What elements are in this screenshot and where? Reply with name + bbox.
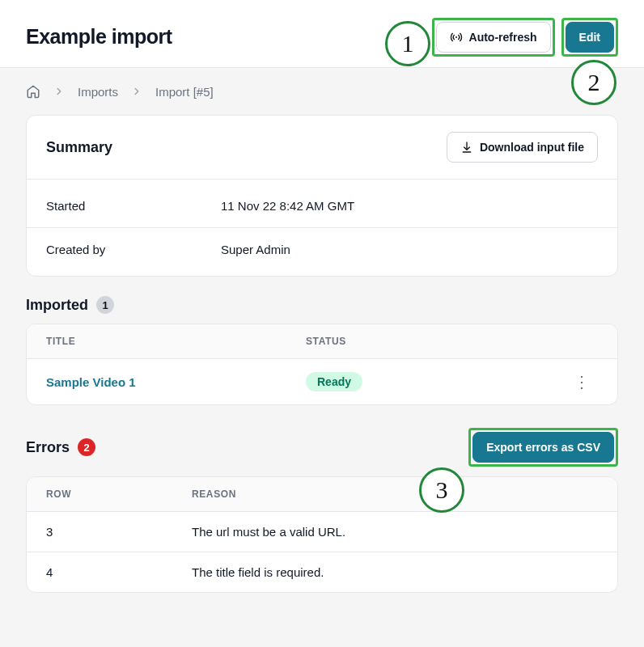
dots-vertical-icon: ⋮ xyxy=(574,373,590,391)
edit-label: Edit xyxy=(579,31,600,44)
error-reason: The title field is required. xyxy=(192,565,598,579)
svg-point-0 xyxy=(455,36,457,38)
annotation-marker-1: 1 xyxy=(385,21,430,66)
highlight-auto-refresh: Auto-refresh xyxy=(432,18,555,57)
error-row-number: 3 xyxy=(46,525,192,539)
export-errors-label: Export errors as CSV xyxy=(486,441,600,454)
auto-refresh-label: Auto-refresh xyxy=(469,31,537,44)
error-reason: The url must be a valid URL. xyxy=(192,525,598,539)
errors-col-reason: REASON xyxy=(192,488,598,500)
page-title: Example import xyxy=(26,25,172,49)
table-row: 4 The title field is required. xyxy=(27,552,617,592)
chevron-right-icon xyxy=(53,86,65,97)
createdby-value: Super Admin xyxy=(221,243,290,256)
errors-section-head: Errors 2 Export errors as CSV xyxy=(26,428,618,467)
breadcrumb: Imports Import [#5] xyxy=(26,68,618,115)
error-row-number: 4 xyxy=(46,565,192,579)
createdby-label: Created by xyxy=(46,243,221,256)
row-actions-menu[interactable]: ⋮ xyxy=(566,374,598,390)
started-label: Started xyxy=(46,199,221,213)
imported-section-head: Imported 1 xyxy=(26,296,618,314)
top-actions: Auto-refresh Edit xyxy=(432,18,618,57)
imported-col-status: STATUS xyxy=(306,336,566,347)
chevron-right-icon xyxy=(131,86,142,97)
errors-col-row: ROW xyxy=(46,488,192,500)
summary-card: Summary Download input file Started 11 N… xyxy=(26,115,618,277)
summary-row-started: Started 11 Nov 22 8:42 AM GMT xyxy=(27,184,617,227)
breadcrumb-current: Import [#5] xyxy=(155,85,214,99)
imported-title: Imported xyxy=(26,297,88,314)
summary-title: Summary xyxy=(46,139,112,156)
export-errors-button[interactable]: Export errors as CSV xyxy=(472,432,614,463)
started-value: 11 Nov 22 8:42 AM GMT xyxy=(221,199,354,213)
errors-count-badge: 2 xyxy=(78,438,95,456)
imported-table: TITLE STATUS Sample Video 1 Ready ⋮ xyxy=(26,324,618,405)
imported-item-title[interactable]: Sample Video 1 xyxy=(46,375,306,389)
imported-col-title: TITLE xyxy=(46,336,306,347)
annotation-marker-3: 3 xyxy=(419,467,464,513)
errors-title: Errors xyxy=(26,439,70,456)
table-row: 3 The url must be a valid URL. xyxy=(27,512,617,552)
highlight-edit: Edit xyxy=(561,18,618,57)
status-badge: Ready xyxy=(306,372,362,391)
summary-row-createdby: Created by Super Admin xyxy=(27,227,617,271)
broadcast-icon xyxy=(450,31,463,44)
edit-button[interactable]: Edit xyxy=(566,22,614,53)
download-input-button[interactable]: Download input file xyxy=(447,132,598,163)
table-row: Sample Video 1 Ready ⋮ xyxy=(27,359,617,404)
download-input-label: Download input file xyxy=(480,141,584,154)
annotation-marker-2: 2 xyxy=(571,60,616,105)
imported-count-badge: 1 xyxy=(96,296,114,314)
download-icon xyxy=(460,141,473,154)
errors-table: ROW REASON 3 The url must be a valid URL… xyxy=(26,476,618,593)
breadcrumb-imports[interactable]: Imports xyxy=(78,85,118,99)
highlight-export-errors: Export errors as CSV xyxy=(468,428,618,467)
home-icon[interactable] xyxy=(26,84,40,99)
auto-refresh-button[interactable]: Auto-refresh xyxy=(436,22,551,53)
